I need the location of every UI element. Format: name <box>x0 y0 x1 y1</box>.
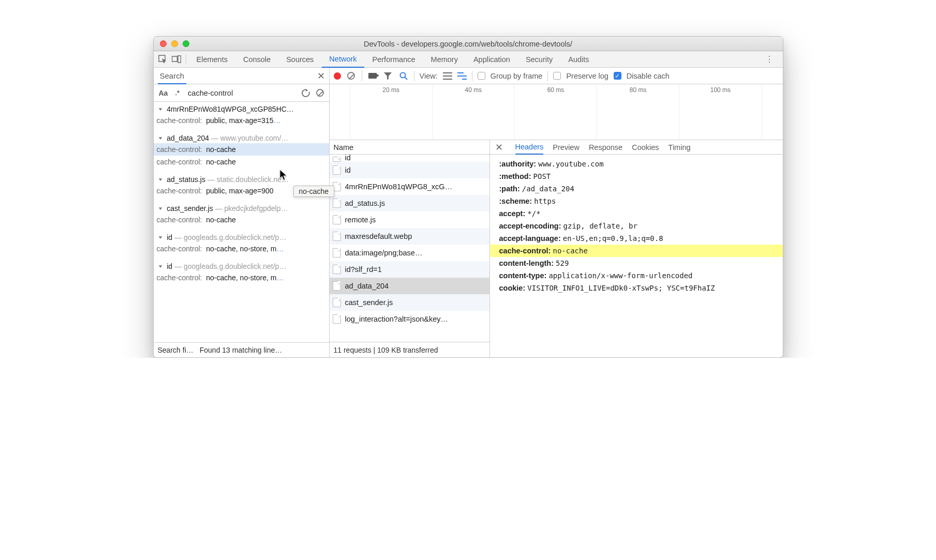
network-toolbar: View: Group by frame Preserve log ✓ Disa… <box>330 68 783 84</box>
tab-security[interactable]: Security <box>518 51 560 67</box>
header-row: accept: */* <box>490 207 783 220</box>
details-tab-response[interactable]: Response <box>589 140 622 154</box>
timeline-overview[interactable]: 20 ms40 ms60 ms80 ms100 ms <box>330 84 783 140</box>
requests-list: Name idid4mrRnEPnWo81qWPG8_xcG…ad_status… <box>330 140 490 357</box>
search-result-match[interactable]: cache-control: no-cache, no-store, m… <box>154 271 329 284</box>
timeline-tick: 60 ms <box>515 84 597 140</box>
search-result-file[interactable]: ▼ cast_sender.js — pkedcjkdefgpdelp… <box>154 201 329 214</box>
refresh-search-icon[interactable] <box>300 87 311 99</box>
view-waterfall-icon[interactable] <box>457 72 467 80</box>
svg-point-3 <box>400 72 405 78</box>
more-menu-icon[interactable]: ⋮ <box>760 54 780 64</box>
request-row[interactable]: log_interaction?alt=json&key… <box>330 311 489 327</box>
timeline-tick: 40 ms <box>433 84 515 140</box>
details-tab-headers[interactable]: Headers <box>515 141 544 155</box>
request-rows: idid4mrRnEPnWo81qWPG8_xcG…ad_status.jsre… <box>330 155 489 342</box>
record-button[interactable] <box>334 72 341 80</box>
request-row[interactable]: remote.js <box>330 211 489 228</box>
details-tab-preview[interactable]: Preview <box>553 140 580 154</box>
search-input-row: Aa .* <box>154 84 329 102</box>
timeline-tick: 100 ms <box>679 84 762 140</box>
tab-elements[interactable]: Elements <box>189 51 235 67</box>
close-details-icon[interactable]: ✕ <box>495 142 506 153</box>
request-name: remote.js <box>345 216 376 224</box>
request-name: id?slf_rd=1 <box>345 265 382 274</box>
svg-line-4 <box>405 77 407 80</box>
request-row[interactable]: maxresdefault.webp <box>330 228 489 245</box>
header-row: accept-encoding: gzip, deflate, br <box>490 220 783 232</box>
hover-tooltip: no-cache <box>293 186 335 197</box>
devtools-window: DevTools - developers.google.com/web/too… <box>153 36 783 358</box>
request-row[interactable]: data:image/png;base… <box>330 245 489 261</box>
request-row[interactable]: id <box>330 155 489 162</box>
inspect-icon[interactable] <box>157 53 169 66</box>
search-result-file[interactable]: ▼ 4mrRnEPnWo81qWPG8_xcGP85HC… <box>154 102 329 114</box>
group-by-frame-checkbox[interactable] <box>478 72 485 80</box>
search-result-file[interactable]: ▼ ad_data_204 — www.youtube.com/… <box>154 131 329 143</box>
header-row: content-type: application/x-www-form-url… <box>490 269 783 282</box>
view-list-icon[interactable] <box>443 72 452 80</box>
tab-performance[interactable]: Performance <box>365 51 423 67</box>
search-result-match[interactable]: cache-control: no-cache <box>154 143 329 156</box>
disable-cache-checkbox[interactable]: ✓ <box>614 72 621 80</box>
clear-button[interactable] <box>346 71 356 81</box>
search-footer-left: Search fi… <box>158 346 194 354</box>
regex-toggle[interactable]: .* <box>173 88 182 98</box>
request-name: ad_data_204 <box>345 282 389 290</box>
request-name: data:image/png;base… <box>345 249 423 257</box>
search-input[interactable] <box>185 87 296 99</box>
request-row[interactable]: ad_status.js <box>330 195 489 211</box>
search-result-match[interactable]: cache-control: no-cache, no-store, m… <box>154 243 329 255</box>
requests-column-name[interactable]: Name <box>330 140 489 155</box>
search-results: ▼ 4mrRnEPnWo81qWPG8_xcGP85HC…cache-contr… <box>154 102 329 342</box>
panel-tabstrip: ElementsConsoleSourcesNetworkPerformance… <box>154 51 783 68</box>
search-icon[interactable] <box>398 71 409 81</box>
view-label: View: <box>420 72 438 80</box>
svg-rect-2 <box>178 56 181 63</box>
search-result-file[interactable]: ▼ id — googleads.g.doubleclick.net/p… <box>154 230 329 243</box>
preserve-log-label: Preserve log <box>566 72 608 80</box>
request-name: maxresdefault.webp <box>345 232 412 240</box>
header-row: :path: /ad_data_204 <box>490 183 783 195</box>
file-icon <box>333 165 341 175</box>
details-tabs: ✕ HeadersPreviewResponseCookiesTiming <box>490 140 783 155</box>
tab-sources[interactable]: Sources <box>279 51 321 67</box>
titlebar: DevTools - developers.google.com/web/too… <box>154 37 783 51</box>
details-tab-cookies[interactable]: Cookies <box>632 140 659 154</box>
search-panel-title: Search <box>158 68 187 84</box>
filter-icon[interactable] <box>383 71 393 81</box>
request-row[interactable]: 4mrRnEPnWo81qWPG8_xcG… <box>330 178 489 195</box>
header-row: cache-control: no-cache <box>490 245 783 257</box>
request-row[interactable]: ad_data_204 <box>330 278 489 294</box>
request-row[interactable]: cast_sender.js <box>330 294 489 311</box>
file-icon <box>333 157 341 162</box>
search-result-match[interactable]: cache-control: no-cache <box>154 214 329 226</box>
tab-memory[interactable]: Memory <box>424 51 465 67</box>
headers-body: :authority: www.youtube.com:method: POST… <box>490 155 783 357</box>
tab-network[interactable]: Network <box>322 52 364 68</box>
tab-console[interactable]: Console <box>236 51 278 67</box>
close-search-icon[interactable]: ✕ <box>317 70 325 82</box>
window-title: DevTools - developers.google.com/web/too… <box>154 40 783 48</box>
match-case-toggle[interactable]: Aa <box>157 88 170 98</box>
clear-search-icon[interactable] <box>315 87 326 99</box>
search-result-match[interactable]: cache-control: no-cache <box>154 156 329 168</box>
network-split: Name idid4mrRnEPnWo81qWPG8_xcG…ad_status… <box>330 140 783 357</box>
tab-audits[interactable]: Audits <box>561 51 596 67</box>
disable-cache-label: Disable cach <box>627 72 670 80</box>
request-row[interactable]: id <box>330 162 489 178</box>
search-panel-header: Search ✕ <box>154 68 329 84</box>
header-row: :scheme: https <box>490 195 783 207</box>
details-tab-timing[interactable]: Timing <box>668 140 691 154</box>
content-area: Search ✕ Aa .* ▼ 4mrRnEPnWo81qWPG8_xcGP8… <box>154 68 783 357</box>
capture-screenshots-icon[interactable] <box>367 71 378 81</box>
svg-rect-1 <box>172 56 177 62</box>
preserve-log-checkbox[interactable] <box>553 72 561 80</box>
search-result-match[interactable]: cache-control: public, max-age=315… <box>154 114 329 127</box>
device-mode-icon[interactable] <box>170 53 183 66</box>
request-row[interactable]: id?slf_rd=1 <box>330 261 489 278</box>
search-result-file[interactable]: ▼ ad_status.js — static.doubleclick.ne… <box>154 172 329 185</box>
group-by-frame-label: Group by frame <box>491 72 543 80</box>
tab-application[interactable]: Application <box>466 51 517 67</box>
search-result-file[interactable]: ▼ id — googleads.g.doubleclick.net/p… <box>154 259 329 271</box>
